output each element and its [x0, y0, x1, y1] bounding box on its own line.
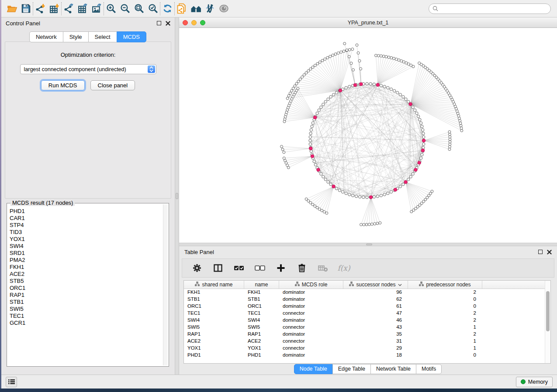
- column-header-name[interactable]: name: [244, 281, 279, 289]
- hide-details-icon[interactable]: [203, 2, 217, 16]
- table-delete-icon[interactable]: [316, 261, 330, 275]
- export-image-icon[interactable]: [90, 2, 104, 16]
- table-row[interactable]: SWI5SWI5connector431: [184, 324, 550, 331]
- import-network-icon[interactable]: [33, 2, 47, 16]
- network-canvas[interactable]: [179, 28, 557, 243]
- table-cell: PHD1: [244, 352, 279, 359]
- float-table-panel-icon[interactable]: [538, 250, 543, 254]
- toolbar-icons: [5, 2, 231, 16]
- tab-node-table[interactable]: Node Table: [294, 364, 333, 374]
- plus-icon[interactable]: [274, 261, 288, 275]
- column-header-MCDS-role[interactable]: MCDS role: [279, 281, 343, 289]
- tab-motifs[interactable]: Motifs: [416, 364, 442, 374]
- float-panel-icon[interactable]: [157, 21, 161, 25]
- criterion-value: largest connected component (undirected): [24, 66, 126, 72]
- table-row[interactable]: SWI4SWI4dominator462: [184, 317, 550, 324]
- table-row[interactable]: FKH1FKH1dominator962: [184, 289, 550, 296]
- close-panel-icon[interactable]: [166, 21, 170, 26]
- table-cell: 62: [343, 296, 408, 303]
- run-mcds-button[interactable]: Run MCDS: [41, 80, 85, 90]
- check-all-icon[interactable]: [232, 261, 246, 275]
- mcds-result-item[interactable]: ACE2: [10, 271, 163, 278]
- table-cell: 29: [343, 345, 408, 352]
- table-row[interactable]: ACE2ACE2connector311: [184, 338, 550, 345]
- columns-icon[interactable]: [211, 261, 225, 275]
- birdseye-icon[interactable]: [217, 2, 231, 16]
- close-table-panel-icon[interactable]: [547, 250, 552, 254]
- mcds-result-item[interactable]: YOX1: [10, 236, 163, 243]
- export-network-icon[interactable]: [62, 2, 76, 16]
- table-row[interactable]: YOX1YOX1connector291: [184, 345, 550, 352]
- status-bar: Memory: [1, 375, 557, 389]
- tab-network[interactable]: Network: [29, 31, 63, 42]
- trash-icon[interactable]: [295, 261, 309, 275]
- mcds-list-scrollbar[interactable]: [163, 204, 168, 365]
- mcds-result-item[interactable]: SRD1: [10, 250, 163, 257]
- column-header-predecessor-nodes[interactable]: predecessor nodes: [408, 281, 482, 289]
- optimization-criterion-select[interactable]: largest connected component (undirected): [20, 64, 156, 74]
- mcds-result-item[interactable]: RAP1: [10, 292, 163, 299]
- tab-mcds[interactable]: MCDS: [117, 31, 146, 42]
- mcds-result-item[interactable]: ORC1: [10, 285, 163, 292]
- mcds-result-item[interactable]: PMA2: [10, 257, 163, 264]
- table-cell: ACE2: [244, 338, 279, 345]
- gear-icon[interactable]: [190, 261, 204, 275]
- share-document-icon[interactable]: [175, 2, 189, 16]
- mcds-result-item[interactable]: STP4: [10, 222, 163, 229]
- memory-status-icon: [521, 379, 526, 384]
- function-icon[interactable]: f(x): [337, 261, 351, 275]
- mcds-result-item[interactable]: TEC1: [10, 313, 163, 320]
- search-input[interactable]: [440, 6, 547, 12]
- mcds-result-item[interactable]: TID3: [10, 229, 163, 236]
- search-box[interactable]: [429, 3, 551, 14]
- mcds-result-item[interactable]: SWI5: [10, 306, 163, 313]
- binoculars-icon[interactable]: [189, 2, 203, 16]
- mcds-result-item[interactable]: FKH1: [10, 264, 163, 271]
- table-row[interactable]: TEC1TEC1connector472: [184, 310, 550, 317]
- table-scrollbar-thumb[interactable]: [546, 291, 550, 331]
- mcds-result-item[interactable]: STB1: [10, 299, 163, 306]
- open-folder-icon[interactable]: [5, 2, 19, 16]
- zoom-selected-icon[interactable]: [146, 2, 160, 16]
- mcds-result-item[interactable]: PHD1: [10, 208, 163, 215]
- control-panel-title: Control Panel: [6, 20, 40, 27]
- horizontal-splitter-handle[interactable]: [366, 244, 372, 245]
- tab-edge-table[interactable]: Edge Table: [332, 364, 371, 374]
- close-panel-button[interactable]: Close panel: [90, 80, 135, 90]
- tab-select[interactable]: Select: [88, 31, 117, 42]
- mcds-result-item[interactable]: GCR1: [10, 320, 163, 327]
- table-cell: STB1: [184, 296, 244, 303]
- tab-style[interactable]: Style: [63, 31, 89, 42]
- mcds-result-item[interactable]: SWI4: [10, 243, 163, 250]
- table-cell: SWI5: [184, 324, 244, 331]
- mcds-result-item[interactable]: CAR1: [10, 215, 163, 222]
- horizontal-splitter[interactable]: [179, 243, 557, 246]
- refresh-icon[interactable]: [160, 2, 174, 16]
- column-type-icon: [195, 282, 200, 288]
- vertical-splitter[interactable]: [175, 17, 179, 375]
- table-row[interactable]: ORC1ORC1dominator610: [184, 303, 550, 310]
- table-row[interactable]: PHD1PHD1dominator180: [184, 352, 550, 359]
- export-table-icon[interactable]: [76, 2, 90, 16]
- save-icon[interactable]: [19, 2, 33, 16]
- table-panel-title: Table Panel: [184, 249, 214, 255]
- vertical-splitter-handle[interactable]: [176, 193, 178, 199]
- memory-button[interactable]: Memory: [516, 377, 553, 387]
- tab-network-table[interactable]: Network Table: [370, 364, 416, 374]
- zoom-in-icon[interactable]: [104, 2, 118, 16]
- mcds-result-item[interactable]: STB5: [10, 278, 163, 285]
- import-table-icon[interactable]: [47, 2, 61, 16]
- table-scrollbar[interactable]: [545, 281, 550, 363]
- column-header-shared-name[interactable]: shared name: [184, 281, 244, 289]
- table-row[interactable]: RAP1RAP1dominator352: [184, 331, 550, 338]
- table-row[interactable]: STB1STB1dominator620: [184, 296, 550, 303]
- mcds-result-box: MCDS result (17 nodes) PHD1CAR1STP4TID3Y…: [7, 203, 169, 367]
- network-graph[interactable]: [179, 28, 557, 243]
- uncheck-all-icon[interactable]: [253, 261, 267, 275]
- zoom-fit-icon[interactable]: [132, 2, 146, 16]
- table-cell: FKH1: [244, 289, 279, 296]
- panel-menu-button[interactable]: [6, 377, 17, 387]
- column-header-successor-nodes[interactable]: successor nodes: [343, 281, 408, 289]
- table-cell: 2: [408, 310, 482, 317]
- zoom-out-icon[interactable]: [118, 2, 132, 16]
